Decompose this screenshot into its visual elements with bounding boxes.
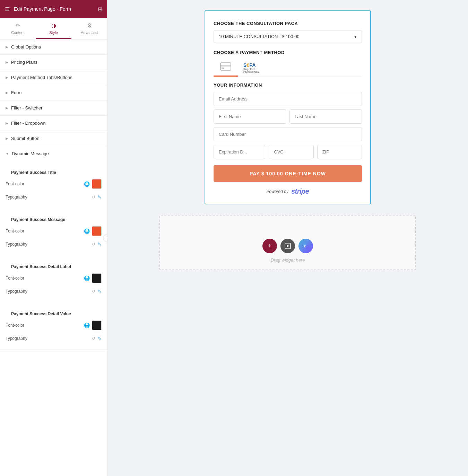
first-name-field[interactable] [214, 109, 286, 124]
payment-success-title-group: Payment Success Title Font-color 🌐 Typog… [0, 161, 107, 208]
payment-tab-sepa[interactable]: S € PA Single EuroPayments Area [238, 59, 264, 77]
payment-tabs: S € PA Single EuroPayments Area [214, 59, 362, 77]
edit-typography-icon-1[interactable]: ✎ [97, 194, 102, 200]
color-swatch-black-1[interactable] [92, 273, 102, 283]
reset-icon-2[interactable]: ↺ [92, 242, 95, 247]
svg-rect-2 [222, 68, 224, 69]
dropdown-chevron-icon: ▾ [354, 34, 357, 39]
font-color-controls-1: 🌐 [84, 179, 102, 189]
grid-icon[interactable]: ⊞ [98, 6, 102, 12]
payment-tab-card[interactable] [214, 59, 238, 77]
consultation-select[interactable]: 10 MINUTE CONSULTATION - $ 100.00 ▾ [214, 30, 362, 43]
pay-button[interactable]: PAY $ 100.00 ONE-TIME NOW [214, 165, 362, 182]
section-form: ▶ Form [0, 85, 107, 100]
section-pricing-plans: ▶ Pricing Plans [0, 55, 107, 70]
payment-success-detail-value-title: Payment Success Detail Value [6, 307, 102, 318]
font-color-label-3: Font-color [6, 276, 24, 281]
content-icon: ✏ [16, 22, 20, 29]
font-color-row-1: Font-color 🌐 [6, 176, 102, 192]
globe-icon-4[interactable]: 🌐 [84, 323, 90, 328]
advanced-icon: ⚙ [87, 22, 92, 29]
sidebar-title: Edit Payment Page - Form [14, 6, 94, 12]
elementor-button[interactable]: e [298, 239, 313, 253]
chevron-down-icon: ▼ [6, 152, 9, 156]
chevron-right-icon: ▶ [6, 106, 8, 110]
payment-method-section: CHOOSE A PAYMENT METHOD [214, 50, 362, 77]
edit-typography-icon-2[interactable]: ✎ [97, 241, 102, 247]
font-color-controls-2: 🌐 [84, 226, 102, 236]
style-icon: ◑ [51, 22, 56, 29]
color-swatch-orange-1[interactable] [92, 179, 102, 189]
typography-row-4: Typography ↺ ✎ [6, 333, 102, 344]
typography-row-1: Typography ↺ ✎ [6, 192, 102, 203]
font-color-label-1: Font-color [6, 182, 24, 186]
hamburger-icon[interactable]: ☰ [5, 6, 10, 12]
widget-buttons: + e [262, 239, 313, 253]
name-row [214, 109, 362, 124]
font-color-row-3: Font-color 🌐 [6, 271, 102, 286]
email-field[interactable] [214, 92, 362, 106]
payment-success-detail-value-group: Payment Success Detail Value Font-color … [0, 302, 107, 350]
edit-typography-icon-3[interactable]: ✎ [97, 289, 102, 294]
section-payment-method: ▶ Payment Method Tabs/Buttons [0, 70, 107, 85]
typography-label-1: Typography [6, 195, 27, 200]
section-dynamic-message: ▼ Dynamic Message Payment Success Title … [0, 146, 107, 350]
card-number-field[interactable] [214, 127, 362, 141]
consultation-title: CHOOSE THE CONSULTATION PACK [214, 21, 362, 26]
add-widget-button[interactable]: + [262, 239, 277, 253]
color-swatch-black-2[interactable] [92, 320, 102, 330]
typography-controls-2: ↺ ✎ [92, 241, 102, 247]
payment-success-message-label: Payment Success Message [6, 212, 102, 223]
typography-controls-4: ↺ ✎ [92, 336, 102, 341]
globe-icon-3[interactable]: 🌐 [84, 275, 90, 281]
powered-by-text: Powered by [267, 189, 288, 194]
section-header-filter-dropdown[interactable]: ▶ Filter - Dropdown [0, 116, 107, 131]
sepa-logo: S € PA Single EuroPayments Area [243, 62, 259, 74]
reset-icon-1[interactable]: ↺ [92, 195, 95, 200]
reset-icon-4[interactable]: ↺ [92, 336, 95, 341]
typography-controls-1: ↺ ✎ [92, 194, 102, 200]
cvc-field[interactable] [269, 145, 313, 159]
section-global-options: ▶ Global Options [0, 39, 107, 55]
section-header-filter-switcher[interactable]: ▶ Filter - Switcher [0, 100, 107, 115]
section-header-pricing-plans[interactable]: ▶ Pricing Plans [0, 55, 107, 70]
section-header-submit-button[interactable]: ▶ Submit Button [0, 131, 107, 146]
drag-widget-area: + e Dr [159, 215, 416, 270]
section-submit-button: ▶ Submit Button [0, 131, 107, 146]
section-header-form[interactable]: ▶ Form [0, 85, 107, 100]
payment-success-detail-label-group: Payment Success Detail Label Font-color … [0, 255, 107, 302]
reset-icon-3[interactable]: ↺ [92, 289, 95, 294]
payment-method-title: CHOOSE A PAYMENT METHOD [214, 50, 362, 55]
chevron-right-icon: ▶ [6, 60, 8, 64]
color-swatch-orange-2[interactable] [92, 226, 102, 236]
chevron-right-icon: ▶ [6, 91, 8, 95]
tab-content[interactable]: ✏ Content [0, 18, 36, 39]
tab-bar: ✏ Content ◑ Style ⚙ Advanced [0, 18, 107, 39]
font-color-row-2: Font-color 🌐 [6, 223, 102, 239]
payment-success-message-group: Payment Success Message Font-color 🌐 Typ… [0, 208, 107, 255]
your-info-title: YOUR INFORMATION [214, 82, 362, 88]
section-header-global-options[interactable]: ▶ Global Options [0, 39, 107, 54]
credit-card-icon [220, 62, 231, 72]
typography-label-3: Typography [6, 289, 27, 294]
expiration-field[interactable] [214, 145, 265, 159]
globe-icon-2[interactable]: 🌐 [84, 228, 90, 234]
globe-icon[interactable]: 🌐 [84, 181, 90, 187]
font-color-row-4: Font-color 🌐 [6, 318, 102, 333]
section-header-dynamic-message[interactable]: ▼ Dynamic Message [0, 146, 107, 161]
font-color-controls-3: 🌐 [84, 273, 102, 283]
tab-style[interactable]: ◑ Style [36, 18, 71, 39]
edit-typography-icon-4[interactable]: ✎ [97, 336, 102, 341]
payment-success-title-label: Payment Success Title [6, 165, 102, 176]
tab-advanced[interactable]: ⚙ Advanced [71, 18, 107, 39]
chevron-right-icon: ▶ [6, 136, 8, 140]
last-name-field[interactable] [289, 109, 362, 124]
chevron-right-icon: ▶ [6, 45, 8, 49]
card-details-row [214, 145, 362, 159]
payment-form-card: CHOOSE THE CONSULTATION PACK 10 MINUTE C… [205, 10, 371, 204]
section-header-payment-method[interactable]: ▶ Payment Method Tabs/Buttons [0, 70, 107, 85]
media-button[interactable] [280, 239, 295, 253]
typography-label-4: Typography [6, 336, 27, 341]
main-content: CHOOSE THE CONSULTATION PACK 10 MINUTE C… [107, 0, 468, 476]
zip-field[interactable] [317, 145, 362, 159]
